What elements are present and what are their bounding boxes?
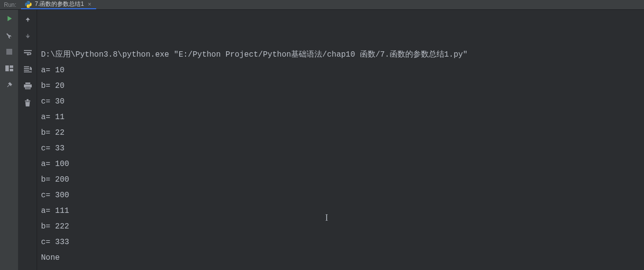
- run-left-toolbar: [0, 10, 19, 270]
- text-cursor-icon: I: [325, 210, 328, 226]
- close-tab-icon[interactable]: ×: [87, 1, 92, 8]
- console-line: a= 100: [41, 156, 640, 172]
- console-output[interactable]: D:\应用\Python3.8\python.exe "E:/Python Pr…: [37, 10, 644, 270]
- console-line: c= 333: [41, 234, 640, 250]
- svg-rect-14: [25, 100, 30, 101]
- svg-rect-8: [24, 68, 29, 69]
- up-stack-button[interactable]: [22, 14, 34, 25]
- svg-rect-12: [24, 84, 32, 87]
- rerun-button[interactable]: [4, 14, 14, 23]
- soft-wrap-button[interactable]: [22, 47, 34, 59]
- down-stack-button[interactable]: [22, 30, 34, 42]
- console-line: a= 111: [41, 203, 640, 219]
- console-line: [41, 266, 640, 270]
- pin-button[interactable]: [4, 80, 14, 90]
- svg-rect-6: [24, 50, 32, 51]
- run-label: Run:: [0, 1, 21, 8]
- console-line: b= 20: [41, 78, 640, 94]
- python-file-icon: [25, 1, 32, 8]
- console-line: b= 200: [41, 172, 640, 187]
- run-tab-bar: Run: 7.函数的参数总结1 ×: [0, 0, 644, 10]
- console-line: c= 33: [41, 141, 640, 156]
- console-line: b= 22: [41, 125, 640, 141]
- svg-rect-9: [24, 70, 29, 71]
- svg-rect-15: [27, 99, 29, 101]
- svg-rect-4: [27, 20, 28, 21]
- layout-button[interactable]: [4, 63, 14, 73]
- svg-rect-3: [10, 69, 13, 71]
- console-line: None: [41, 250, 640, 266]
- wrench-button[interactable]: [4, 30, 14, 40]
- svg-rect-10: [24, 71, 32, 72]
- svg-rect-5: [27, 34, 28, 36]
- scroll-to-end-button[interactable]: [22, 63, 34, 75]
- print-button[interactable]: [22, 80, 34, 92]
- svg-rect-7: [24, 66, 29, 67]
- clear-button[interactable]: [22, 97, 34, 108]
- console-line: b= 222: [41, 219, 640, 234]
- stop-button[interactable]: [4, 47, 14, 57]
- console-line: c= 30: [41, 94, 640, 109]
- svg-rect-11: [25, 83, 30, 84]
- svg-rect-1: [5, 65, 9, 71]
- svg-rect-0: [6, 49, 12, 55]
- console-line: D:\应用\Python3.8\python.exe "E:/Python Pr…: [41, 47, 640, 62]
- svg-rect-2: [10, 65, 13, 68]
- console-toolbar: [19, 10, 37, 270]
- tab-title: 7.函数的参数总结1: [35, 0, 84, 8]
- run-configuration-tab[interactable]: 7.函数的参数总结1 ×: [21, 0, 96, 9]
- console-line: a= 11: [41, 109, 640, 125]
- console-line: c= 300: [41, 187, 640, 203]
- svg-rect-13: [25, 86, 30, 89]
- console-line: a= 10: [41, 62, 640, 78]
